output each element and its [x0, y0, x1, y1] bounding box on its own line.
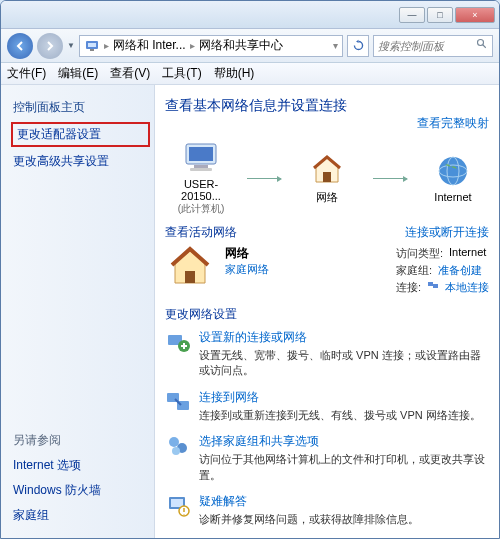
node-pc-label: USER-20150... [165, 178, 237, 202]
homegroup-sharing-desc: 访问位于其他网络计算机上的文件和打印机，或更改共享设置。 [199, 452, 489, 483]
svg-point-3 [478, 40, 484, 46]
homegroup-sharing-link[interactable]: 选择家庭组和共享选项 [199, 434, 319, 448]
chevron-right-icon: ▸ [104, 40, 109, 51]
troubleshoot-link[interactable]: 疑难解答 [199, 494, 247, 508]
connect-to-network-desc: 连接到或重新连接到无线、有线、拨号或 VPN 网络连接。 [199, 408, 481, 423]
svg-rect-14 [428, 282, 433, 286]
homegroup-label: 家庭组: [396, 263, 432, 278]
node-pc-sub: (此计算机) [165, 202, 237, 216]
control-panel-window: — □ × ▼ ▸ 网络和 Inter... ▸ 网络和共享中心 ▾ [0, 0, 500, 539]
network-icon [306, 152, 348, 188]
menu-tools[interactable]: 工具(T) [162, 65, 201, 82]
body: 控制面板主页 更改适配器设置 更改高级共享设置 另请参阅 Internet 选项… [1, 85, 499, 538]
sidebar-see-also-label: 另请参阅 [11, 428, 150, 453]
connect-disconnect-link[interactable]: 连接或断开连接 [405, 224, 489, 241]
svg-rect-1 [88, 43, 96, 47]
minimize-button[interactable]: — [399, 7, 425, 23]
connection-link[interactable]: 本地连接 [445, 280, 489, 295]
back-button[interactable] [7, 33, 33, 59]
svg-rect-13 [185, 271, 195, 283]
svg-rect-6 [189, 147, 213, 161]
connection-line [373, 178, 407, 179]
troubleshoot-icon [165, 493, 191, 519]
breadcrumb-2[interactable]: 网络和共享中心 [199, 37, 283, 54]
svg-rect-15 [433, 284, 438, 288]
menu-help[interactable]: 帮助(H) [214, 65, 255, 82]
breadcrumb-1[interactable]: 网络和 Inter... [113, 37, 186, 54]
setup-new-connection-desc: 设置无线、宽带、拨号、临时或 VPN 连接；或设置路由器或访问点。 [199, 348, 489, 379]
sidebar-home[interactable]: 控制面板主页 [11, 95, 150, 120]
sidebar-homegroup[interactable]: 家庭组 [11, 503, 150, 528]
access-type-value: Internet [449, 246, 486, 261]
connect-to-network-link[interactable]: 连接到网络 [199, 390, 259, 404]
svg-rect-9 [323, 172, 331, 182]
chevron-right-icon: ▸ [190, 40, 195, 51]
troubleshoot-desc: 诊断并修复网络问题，或获得故障排除信息。 [199, 512, 419, 527]
titlebar: — □ × [1, 1, 499, 29]
sidebar: 控制面板主页 更改适配器设置 更改高级共享设置 另请参阅 Internet 选项… [1, 85, 155, 538]
active-network-name: 网络 [225, 245, 269, 262]
history-dropdown[interactable]: ▼ [67, 41, 75, 50]
svg-rect-2 [90, 49, 94, 51]
change-settings-title: 更改网络设置 [165, 306, 489, 323]
active-network-type-link[interactable]: 家庭网络 [225, 263, 269, 275]
menubar: 文件(F) 编辑(E) 查看(V) 工具(T) 帮助(H) [1, 63, 499, 85]
search-input[interactable] [378, 40, 472, 52]
computer-icon [180, 140, 222, 176]
forward-button[interactable] [37, 33, 63, 59]
control-panel-icon [84, 38, 100, 54]
setup-new-connection-link[interactable]: 设置新的连接或网络 [199, 330, 307, 344]
internet-icon [432, 153, 474, 189]
sidebar-adapter-settings[interactable]: 更改适配器设置 [11, 122, 150, 147]
content: 查看基本网络信息并设置连接 查看完整映射 USER-20150... (此计算机… [155, 85, 499, 538]
sidebar-internet-options[interactable]: Internet 选项 [11, 453, 150, 478]
address-dropdown[interactable]: ▾ [333, 40, 338, 51]
svg-point-10 [439, 157, 467, 185]
access-type-label: 访问类型: [396, 246, 443, 261]
menu-file[interactable]: 文件(F) [7, 65, 46, 82]
maximize-button[interactable]: □ [427, 7, 453, 23]
svg-line-4 [483, 45, 486, 48]
active-networks-label: 查看活动网络 [165, 224, 237, 241]
node-internet-label: Internet [417, 191, 489, 203]
connection-icon [427, 280, 439, 295]
connect-network-icon [165, 389, 191, 415]
page-title: 查看基本网络信息并设置连接 [165, 97, 347, 115]
sidebar-advanced-sharing[interactable]: 更改高级共享设置 [11, 149, 150, 174]
search-icon [476, 38, 488, 53]
active-network-row: 网络 家庭网络 访问类型:Internet 家庭组:准备创建 连接: 本地连接 [165, 245, 489, 296]
svg-rect-7 [194, 165, 208, 168]
homegroup-link[interactable]: 准备创建 [438, 263, 482, 278]
full-map-link[interactable]: 查看完整映射 [417, 116, 489, 130]
connection-line [247, 178, 281, 179]
home-network-icon [165, 245, 215, 289]
node-network-label: 网络 [291, 190, 363, 205]
sidebar-windows-firewall[interactable]: Windows 防火墙 [11, 478, 150, 503]
new-connection-icon [165, 329, 191, 355]
homegroup-sharing-icon [165, 433, 191, 459]
svg-rect-24 [171, 499, 183, 507]
address-bar[interactable]: ▸ 网络和 Inter... ▸ 网络和共享中心 ▾ [79, 35, 343, 57]
navbar: ▼ ▸ 网络和 Inter... ▸ 网络和共享中心 ▾ [1, 29, 499, 63]
network-map: USER-20150... (此计算机) 网络 Internet [165, 140, 489, 216]
search-box[interactable] [373, 35, 493, 57]
svg-point-22 [172, 447, 180, 455]
close-button[interactable]: × [455, 7, 495, 23]
connection-label: 连接: [396, 280, 421, 295]
refresh-button[interactable] [347, 35, 369, 57]
menu-view[interactable]: 查看(V) [110, 65, 150, 82]
menu-edit[interactable]: 编辑(E) [58, 65, 98, 82]
svg-rect-8 [190, 168, 212, 171]
svg-point-20 [169, 437, 179, 447]
